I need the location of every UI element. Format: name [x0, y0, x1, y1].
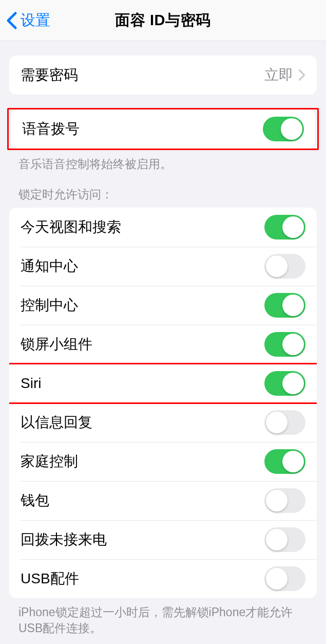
lock-access-label: 钱包: [21, 491, 49, 510]
navbar: 设置 面容 ID与密码: [0, 0, 326, 41]
lock-access-toggle[interactable]: [264, 449, 305, 474]
voice-dial-toggle[interactable]: [263, 117, 304, 141]
toggle-knob: [282, 451, 304, 472]
lock-access-row: USB配件: [9, 559, 317, 598]
lock-access-label: 今天视图和搜索: [21, 217, 121, 237]
lock-access-toggle[interactable]: [264, 488, 305, 513]
lock-access-row: 控制中心: [9, 286, 317, 325]
toggle-knob: [266, 255, 287, 277]
back-label: 设置: [21, 10, 50, 31]
require-passcode-row[interactable]: 需要密码 立即: [9, 56, 317, 95]
lock-access-toggle[interactable]: [264, 371, 305, 396]
lock-access-toggle[interactable]: [264, 254, 305, 279]
lock-access-footer: iPhone锁定超过一小时后，需先解锁iPhone才能允许USB配件连接。: [0, 598, 326, 636]
voice-dial-highlight: 语音拨号: [7, 108, 319, 150]
lock-access-label: USB配件: [21, 569, 79, 588]
voice-dial-row: 语音拨号: [11, 109, 315, 149]
lock-access-toggle[interactable]: [264, 527, 305, 552]
lock-access-toggle[interactable]: [264, 215, 305, 240]
lock-access-toggle[interactable]: [264, 293, 305, 318]
toggle-knob: [266, 568, 287, 590]
toggle-knob: [282, 295, 304, 316]
lock-access-label: 以信息回复: [21, 413, 92, 432]
lock-access-label: 回拨未接来电: [21, 530, 107, 549]
require-passcode-label: 需要密码: [21, 65, 78, 85]
lock-access-row: 今天视图和搜索: [9, 208, 317, 247]
lock-access-label: 控制中心: [21, 296, 78, 315]
page-title: 面容 ID与密码: [115, 10, 210, 31]
lock-access-toggle[interactable]: [264, 410, 305, 435]
voice-dial-group: 语音拨号: [11, 109, 315, 149]
back-button[interactable]: 设置: [0, 10, 50, 31]
toggle-knob: [266, 412, 287, 433]
toggle-knob: [266, 529, 287, 550]
lock-access-row: 以信息回复: [9, 403, 317, 442]
lock-access-row: 钱包: [9, 481, 317, 520]
toggle-knob: [282, 373, 304, 394]
require-passcode-value: 立即: [264, 65, 305, 85]
lock-access-toggle[interactable]: [264, 332, 305, 357]
chevron-left-icon: [6, 11, 17, 30]
lock-access-label: Siri: [21, 375, 41, 392]
lock-access-label: 锁屏小组件: [21, 335, 92, 354]
chevron-right-icon: [298, 69, 305, 81]
lock-access-label: 家庭控制: [21, 452, 78, 471]
lock-access-toggle[interactable]: [264, 566, 305, 591]
voice-dial-footer: 音乐语音控制将始终被启用。: [0, 150, 326, 172]
lock-access-header: 锁定时允许访问：: [0, 172, 326, 208]
require-passcode-value-text: 立即: [264, 65, 293, 85]
toggle-knob: [266, 490, 287, 511]
lock-access-group: 今天视图和搜索通知中心控制中心锁屏小组件Siri以信息回复家庭控制钱包回拨未接来…: [9, 208, 317, 598]
lock-access-row: 通知中心: [9, 247, 317, 286]
toggle-knob: [282, 334, 304, 355]
require-passcode-group: 需要密码 立即: [9, 56, 317, 95]
lock-access-row: Siri: [9, 364, 317, 403]
lock-access-row: 家庭控制: [9, 442, 317, 481]
lock-access-row: 回拨未接来电: [9, 520, 317, 559]
voice-dial-label: 语音拨号: [22, 119, 80, 139]
lock-access-label: 通知中心: [21, 256, 78, 276]
toggle-knob: [281, 118, 302, 140]
lock-access-row: 锁屏小组件: [9, 325, 317, 364]
toggle-knob: [282, 216, 304, 238]
